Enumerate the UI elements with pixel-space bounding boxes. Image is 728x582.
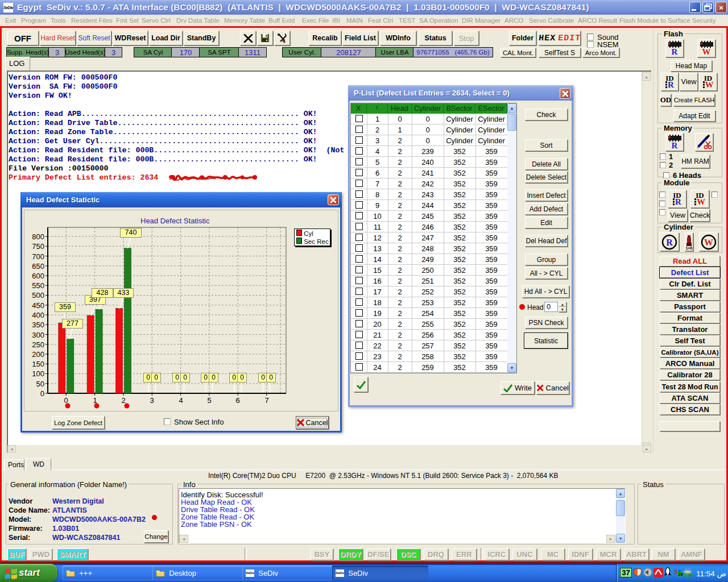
svg-text:1=0: 1=0 (686, 246, 693, 250)
svg-text:R: R (666, 238, 673, 247)
svg-text:W: W (704, 238, 713, 247)
svg-text:28: 28 (678, 572, 682, 577)
svg-text:$: $ (674, 567, 678, 576)
